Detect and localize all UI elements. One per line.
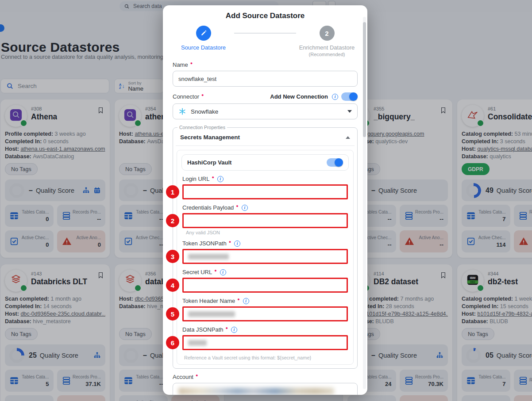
connection-properties-fieldset: Connection Properties Secrets Management… <box>173 125 358 369</box>
scrollbar-thumb[interactable] <box>363 22 366 137</box>
info-icon[interactable]: i <box>234 241 240 247</box>
connection-properties-legend: Connection Properties <box>177 125 227 130</box>
info-icon[interactable]: i <box>217 176 224 182</box>
token-jsonpath-input[interactable] <box>182 249 348 264</box>
error-badge-3: 3 <box>166 250 179 263</box>
connector-select[interactable]: Snowflake <box>173 103 358 119</box>
stepper: Source Datastore 2 Enrichment Datastore … <box>173 26 358 57</box>
data-jsonpath-group: Data JSONPath● i 6 <box>181 326 350 350</box>
chevron-up-icon <box>346 136 350 139</box>
secret-url-input[interactable] <box>182 278 348 293</box>
data-jsonpath-label: Data JSONPath● i <box>182 326 348 333</box>
hashicorp-vault-row: HashiCorp Vault <box>181 154 349 171</box>
token-header-name-group: Token Header Name● i 5 <box>181 298 350 321</box>
error-badge-1: 1 <box>166 185 179 199</box>
hashicorp-vault-toggle[interactable] <box>327 158 343 167</box>
account-label: Account● <box>173 374 358 380</box>
add-new-connection-toggle[interactable] <box>341 92 358 101</box>
account-input[interactable] <box>173 383 358 395</box>
error-badge-2: 2 <box>166 214 179 227</box>
vault-section: HashiCorp Vault Login URL● i 1 Credentia… <box>177 150 354 365</box>
secret-url-label: Secret URL● i <box>182 269 348 275</box>
token-jsonpath-label: Token JSONPath● i <box>182 240 348 247</box>
vault-helper-text: Reference a Vault secret using this form… <box>181 355 350 360</box>
info-icon[interactable]: i <box>332 94 338 100</box>
step-enrichment-datastore[interactable]: 2 Enrichment Datastore (Recommended) <box>296 26 358 57</box>
info-icon[interactable]: i <box>242 205 248 211</box>
info-icon[interactable]: i <box>231 327 237 333</box>
credentials-payload-label: Credentials Payload● i <box>182 204 348 211</box>
step-source-datastore[interactable]: Source Datastore <box>173 26 234 51</box>
step-2-circle[interactable]: 2 <box>320 26 335 41</box>
redacted-account-value <box>178 388 334 395</box>
login-url-input[interactable] <box>182 184 348 199</box>
error-badge-5: 5 <box>166 307 179 321</box>
add-source-datastore-modal: Add Source Datastore Source Datastore 2 … <box>163 5 367 395</box>
pencil-icon[interactable] <box>196 26 211 41</box>
name-input[interactable]: snowflake_test <box>173 71 358 87</box>
token-header-name-label: Token Header Name● i <box>182 298 348 304</box>
modal-scrollbar <box>363 17 366 389</box>
chevron-down-icon <box>347 110 352 113</box>
token-jsonpath-group: Token JSONPath● i 3 <box>181 240 350 264</box>
info-icon[interactable]: i <box>243 298 249 304</box>
credentials-payload-group: Credentials Payload● i 2 Any valid JSON <box>181 204 350 235</box>
stepper-connector <box>234 33 296 34</box>
connector-label: Connector● <box>173 93 204 100</box>
login-url-group: Login URL● i 1 <box>181 176 350 199</box>
error-badge-4: 4 <box>166 279 179 292</box>
token-header-name-input[interactable] <box>182 306 348 321</box>
credentials-payload-helper: Any valid JSON <box>182 230 348 235</box>
info-icon[interactable]: i <box>220 269 226 275</box>
credentials-payload-input[interactable] <box>182 213 348 228</box>
modal-title: Add Source Datastore <box>173 11 358 20</box>
login-url-label: Login URL● i <box>182 176 348 182</box>
add-new-connection: Add New Connection i <box>270 92 358 101</box>
snowflake-icon <box>178 107 186 115</box>
error-badge-6: 6 <box>166 336 179 349</box>
name-label: Name● <box>173 61 358 68</box>
secrets-management-accordion[interactable]: Secrets Management <box>176 130 355 146</box>
data-jsonpath-input[interactable] <box>182 335 348 350</box>
secret-url-group: Secret URL● i 4 <box>181 269 350 293</box>
